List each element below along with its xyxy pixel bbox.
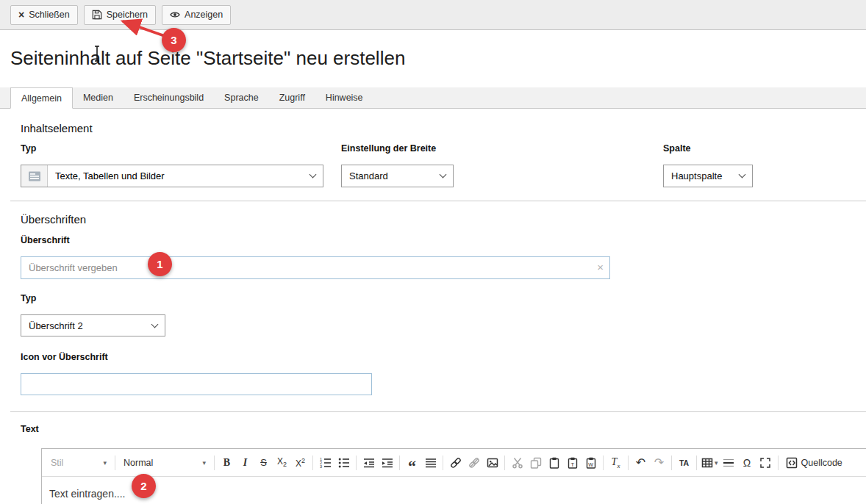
close-button[interactable]: × Schließen xyxy=(10,5,78,25)
annotation-badge-1: 1 xyxy=(148,252,172,276)
ueberschriften-heading: Überschriften xyxy=(21,213,866,226)
tab-zugriff[interactable]: Zugriff xyxy=(269,87,315,109)
clear-input-icon[interactable]: × xyxy=(597,261,604,274)
bulleted-list-icon[interactable] xyxy=(335,453,352,472)
chevron-down-icon xyxy=(151,320,159,328)
toolbar-separator xyxy=(399,456,400,470)
chevron-down-icon xyxy=(739,171,746,179)
indent-icon[interactable] xyxy=(379,453,396,472)
redo-icon: ↷ xyxy=(651,453,668,472)
tab-bar: AllgemeinMedienErscheinungsbildSpracheZu… xyxy=(0,87,866,109)
copy-icon xyxy=(527,453,544,472)
icon-vor-ueberschrift-input[interactable] xyxy=(21,373,372,395)
ueberschrift-label: Überschrift xyxy=(21,235,866,246)
bold-icon[interactable]: B xyxy=(218,453,235,472)
toolbar-separator xyxy=(504,456,505,470)
toolbar-separator xyxy=(603,456,604,470)
table-icon[interactable]: ▾ xyxy=(701,453,719,472)
section-ueberschriften: Überschriften Überschrift × Typ Überschr… xyxy=(0,213,866,395)
annotation-badge-2: 2 xyxy=(132,474,156,498)
cut-icon xyxy=(509,453,526,472)
spalte-label: Spalte xyxy=(663,143,753,154)
paste-word-icon[interactable]: W xyxy=(582,453,599,472)
section-divider xyxy=(10,411,866,412)
view-button-label: Anzeigen xyxy=(185,10,223,20)
ueberschrift-typ-label: Typ xyxy=(21,293,866,304)
tab-hinweise[interactable]: Hinweise xyxy=(315,87,373,109)
italic-icon[interactable]: I xyxy=(237,453,254,472)
annotation-badge-3: 3 xyxy=(162,28,186,52)
section-text: Text Stil▾Normal▾BISX2X2123“TWTx↶↷TA▾ΩQu… xyxy=(0,424,866,504)
page-title: Seiteninhalt auf Seite "Startseite" neu … xyxy=(10,47,866,70)
tab-erscheinungsbild[interactable]: Erscheinungsbild xyxy=(124,87,214,109)
toolbar-separator xyxy=(671,456,672,470)
heading-type-value: Überschrift 2 xyxy=(29,320,83,331)
typo3-backend-page: { "doc_header": { "close_label": "Schlie… xyxy=(0,0,866,504)
breite-label: Einstellung der Breite xyxy=(341,143,454,154)
superscript-icon[interactable]: X2 xyxy=(292,453,309,472)
ta-icon[interactable]: TA xyxy=(676,453,693,472)
tab-sprache[interactable]: Sprache xyxy=(214,87,269,109)
source-code-button[interactable]: Quellcode xyxy=(782,453,846,472)
style-combo: Stil▾ xyxy=(46,453,111,472)
outdent-icon[interactable] xyxy=(360,453,377,472)
toolbar-separator xyxy=(696,456,697,470)
image-icon[interactable] xyxy=(484,453,501,472)
svg-text:W: W xyxy=(588,461,593,467)
toolbar-separator xyxy=(628,456,629,470)
section-inhaltselement: Inhaltselement Typ Texte, Tabellen und B… xyxy=(0,122,866,187)
chevron-down-icon: ▾ xyxy=(715,459,718,467)
ueberschrift-input-wrap: × xyxy=(21,256,610,279)
special-character-icon[interactable]: Ω xyxy=(739,453,756,472)
editor-content-area[interactable]: Text eintragen.... xyxy=(42,477,866,504)
content-element-icon xyxy=(21,165,48,187)
inhaltselement-fields-row: Typ Texte, Tabellen und Bilder Einstellu… xyxy=(21,143,866,187)
svg-text:3: 3 xyxy=(320,464,322,469)
maximize-icon[interactable] xyxy=(757,453,774,472)
remove-format-icon[interactable]: Tx xyxy=(607,453,624,472)
icon-vor-ueberschrift-label: Icon vor Überschrift xyxy=(21,352,866,363)
chevron-down-icon: ▾ xyxy=(202,459,206,467)
align-justify-icon[interactable] xyxy=(422,453,439,472)
chevron-down-icon xyxy=(309,171,317,179)
toolbar-separator xyxy=(778,456,779,470)
toolbar-separator xyxy=(115,456,115,470)
toolbar-separator xyxy=(356,456,357,470)
save-icon xyxy=(92,10,102,20)
inhaltselement-heading: Inhaltselement xyxy=(21,122,866,134)
text-cursor-icon xyxy=(93,46,101,62)
toolbar-separator xyxy=(443,456,443,470)
blockquote-icon[interactable]: “ xyxy=(404,453,421,472)
link-icon[interactable] xyxy=(447,453,464,472)
horizontal-line-icon[interactable] xyxy=(720,453,737,472)
tab-allgemein[interactable]: Allgemein xyxy=(10,87,73,109)
ueberschrift-input[interactable] xyxy=(21,256,610,279)
column-select[interactable]: Hauptspalte xyxy=(663,165,753,187)
text-label: Text xyxy=(21,424,866,435)
width-select-value: Standard xyxy=(349,170,388,181)
strikethrough-icon[interactable]: S xyxy=(255,453,272,472)
close-button-label: Schließen xyxy=(29,10,70,20)
subscript-icon[interactable]: X2 xyxy=(273,453,290,472)
typ-label: Typ xyxy=(21,143,323,154)
undo-icon[interactable]: ↶ xyxy=(632,453,649,472)
toolbar-separator xyxy=(312,456,313,470)
tab-medien[interactable]: Medien xyxy=(73,87,124,109)
close-icon: × xyxy=(18,10,24,20)
format-combo[interactable]: Normal▾ xyxy=(119,453,210,472)
content-type-select[interactable]: Texte, Tabellen und Bilder xyxy=(21,165,323,187)
chevron-down-icon: ▾ xyxy=(103,459,107,467)
width-select[interactable]: Standard xyxy=(341,165,454,187)
heading-type-select[interactable]: Überschrift 2 xyxy=(21,314,165,336)
source-icon xyxy=(786,457,798,469)
numbered-list-icon[interactable]: 123 xyxy=(317,453,334,472)
paste-text-icon[interactable]: T xyxy=(564,453,581,472)
editor-toolbar: Stil▾Normal▾BISX2X2123“TWTx↶↷TA▾ΩQuellco… xyxy=(42,449,866,477)
unlink-icon xyxy=(465,453,482,472)
toolbar-separator xyxy=(214,456,215,470)
editor-placeholder: Text eintragen.... xyxy=(49,488,126,500)
section-divider xyxy=(10,201,866,201)
svg-text:T: T xyxy=(570,461,574,467)
paste-icon[interactable] xyxy=(545,453,562,472)
chevron-down-icon xyxy=(440,171,447,179)
